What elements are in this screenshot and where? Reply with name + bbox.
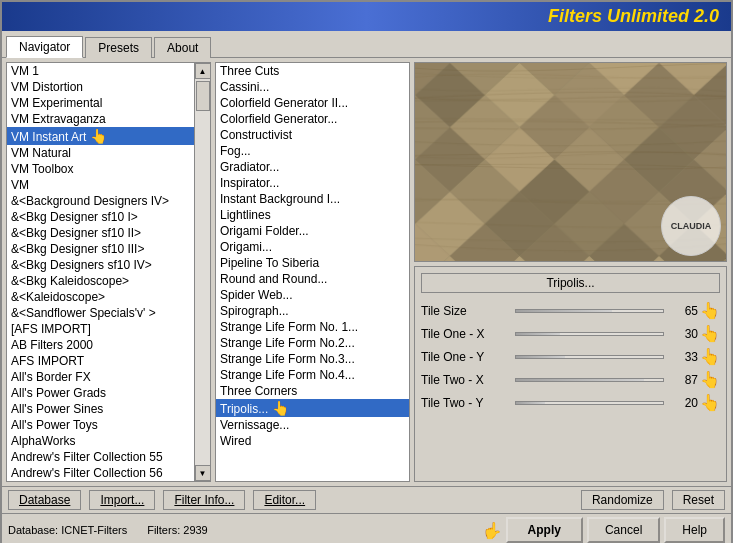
list-item[interactable]: VM 1 (7, 63, 194, 79)
filter-list-item[interactable]: Spirograph... (216, 303, 409, 319)
list-item[interactable]: &<Sandflower Specials'v' > (7, 305, 194, 321)
slider-value: 20 (668, 396, 698, 410)
filter-list-item[interactable]: Origami Folder... (216, 223, 409, 239)
list-item[interactable]: &<Bkg Designer sf10 III> (7, 241, 194, 257)
slider-row: Tile Two - Y20👆 (421, 393, 720, 412)
slider-fill (516, 333, 560, 335)
left-scrollbar[interactable]: ▲ ▼ (194, 63, 210, 481)
list-item[interactable]: Andrew's Filter Collection 56 (7, 465, 194, 481)
list-item[interactable]: &<Bkg Designer sf10 I> (7, 209, 194, 225)
slider-value: 33 (668, 350, 698, 364)
list-item[interactable]: VM Experimental (7, 95, 194, 111)
slider-track[interactable] (515, 355, 664, 359)
apply-button[interactable]: Apply (506, 517, 583, 543)
list-item[interactable]: All's Power Toys (7, 417, 194, 433)
filter-list-item[interactable]: Pipeline To Siberia (216, 255, 409, 271)
list-item[interactable]: All's Power Sines (7, 401, 194, 417)
slider-label: Tile Two - X (421, 373, 511, 387)
filter-list-item[interactable]: Strange Life Form No.3... (216, 351, 409, 367)
left-panel: VM 1VM DistortionVM ExperimentalVM Extra… (6, 62, 211, 482)
list-item[interactable]: VM Extravaganza (7, 111, 194, 127)
content-area: VM 1VM DistortionVM ExperimentalVM Extra… (2, 58, 731, 486)
status-bar: Database: ICNET-Filters Filters: 2939 👆 … (2, 513, 731, 543)
scroll-down-btn[interactable]: ▼ (195, 465, 211, 481)
filter-list-item[interactable]: Lightlines (216, 207, 409, 223)
database-btn[interactable]: Database (8, 490, 81, 510)
tab-presets[interactable]: Presets (85, 37, 152, 58)
action-buttons: 👆 Apply Cancel Help (482, 517, 725, 543)
list-item[interactable]: VM Toolbox (7, 161, 194, 177)
list-item[interactable]: &<Bkg Designer sf10 II> (7, 225, 194, 241)
list-item[interactable]: VM Natural (7, 145, 194, 161)
list-item[interactable]: &<Background Designers IV> (7, 193, 194, 209)
slider-row: Tile Size65👆 (421, 301, 720, 320)
filter-list-item[interactable]: Colorfield Generator... (216, 111, 409, 127)
filter-list-item[interactable]: Inspirator... (216, 175, 409, 191)
filter-list-item[interactable]: Strange Life Form No. 1... (216, 319, 409, 335)
filter-list-item[interactable]: Strange Life Form No.2... (216, 335, 409, 351)
help-button[interactable]: Help (664, 517, 725, 543)
list-item[interactable]: All's Border FX (7, 369, 194, 385)
filter-list-item[interactable]: Three Corners (216, 383, 409, 399)
filter-name-display: Tripolis... (421, 273, 720, 293)
list-item[interactable]: &<Bkg Designers sf10 IV> (7, 257, 194, 273)
tab-about[interactable]: About (154, 37, 211, 58)
list-item[interactable]: [AFS IMPORT] (7, 321, 194, 337)
slider-track[interactable] (515, 332, 664, 336)
tab-navigator[interactable]: Navigator (6, 36, 83, 58)
filter-list-item[interactable]: Strange Life Form No.4... (216, 367, 409, 383)
filter-list-item[interactable]: Round and Round... (216, 271, 409, 287)
filter-info-btn[interactable]: Filter Info... (163, 490, 245, 510)
filter-list-item[interactable]: Three Cuts (216, 63, 409, 79)
filter-list-item[interactable]: Vernissage... (216, 417, 409, 433)
slider-track[interactable] (515, 401, 664, 405)
import-btn[interactable]: Import... (89, 490, 155, 510)
filter-list-item[interactable]: Origami... (216, 239, 409, 255)
slider-value: 87 (668, 373, 698, 387)
database-status: Database: ICNET-Filters (8, 524, 127, 536)
list-item[interactable]: &<Kaleidoscope> (7, 289, 194, 305)
list-item[interactable]: All's Power Grads (7, 385, 194, 401)
bottom-toolbar: Database Import... Filter Info... Editor… (2, 486, 731, 513)
scroll-up-btn[interactable]: ▲ (195, 63, 211, 79)
slider-hand-icon: 👆 (700, 324, 720, 343)
list-item[interactable]: VM (7, 177, 194, 193)
randomize-btn[interactable]: Randomize (581, 490, 664, 510)
right-panel: CLAUDIA Tripolis... Tile Size65👆Tile One… (414, 62, 727, 482)
filter-list-item[interactable]: Instant Background I... (216, 191, 409, 207)
editor-btn[interactable]: Editor... (253, 490, 316, 510)
filter-list-item[interactable]: Fog... (216, 143, 409, 159)
cancel-button[interactable]: Cancel (587, 517, 660, 543)
filter-list-item[interactable]: Constructivist (216, 127, 409, 143)
filter-list-item[interactable]: Spider Web... (216, 287, 409, 303)
list-item[interactable]: Andrew's Filter Collection 55 (7, 449, 194, 465)
reset-btn[interactable]: Reset (672, 490, 725, 510)
tab-bar: Navigator Presets About (2, 31, 731, 58)
scroll-thumb[interactable] (196, 81, 210, 111)
category-list[interactable]: VM 1VM DistortionVM ExperimentalVM Extra… (7, 63, 194, 481)
filter-list-item[interactable]: Gradiator... (216, 159, 409, 175)
list-item[interactable]: VM Instant Art👆 (7, 127, 194, 145)
filter-list-item[interactable]: Tripolis...👆 (216, 399, 409, 417)
slider-fill (516, 402, 545, 404)
list-item[interactable]: &<Bkg Kaleidoscope> (7, 273, 194, 289)
title-bar: Filters Unlimited 2.0 (2, 2, 731, 31)
filter-list-item[interactable]: Cassini... (216, 79, 409, 95)
slider-track[interactable] (515, 309, 664, 313)
list-item[interactable]: AB Filters 2000 (7, 337, 194, 353)
list-item[interactable]: VM Distortion (7, 79, 194, 95)
apply-hand-icon: 👆 (482, 521, 502, 540)
slider-row: Tile One - X30👆 (421, 324, 720, 343)
slider-track[interactable] (515, 378, 664, 382)
filter-list-item[interactable]: Colorfield Generator II... (216, 95, 409, 111)
slider-label: Tile One - X (421, 327, 511, 341)
slider-hand-icon: 👆 (700, 301, 720, 320)
filter-list-item[interactable]: Wired (216, 433, 409, 449)
app-title: Filters Unlimited 2.0 (548, 6, 719, 27)
filters-status: Filters: 2939 (147, 524, 208, 536)
filter-list[interactable]: Three CutsCassini...Colorfield Generator… (216, 63, 409, 481)
list-item[interactable]: AlphaWorks (7, 433, 194, 449)
list-item[interactable]: AFS IMPORT (7, 353, 194, 369)
slider-value: 65 (668, 304, 698, 318)
slider-row: Tile Two - X87👆 (421, 370, 720, 389)
